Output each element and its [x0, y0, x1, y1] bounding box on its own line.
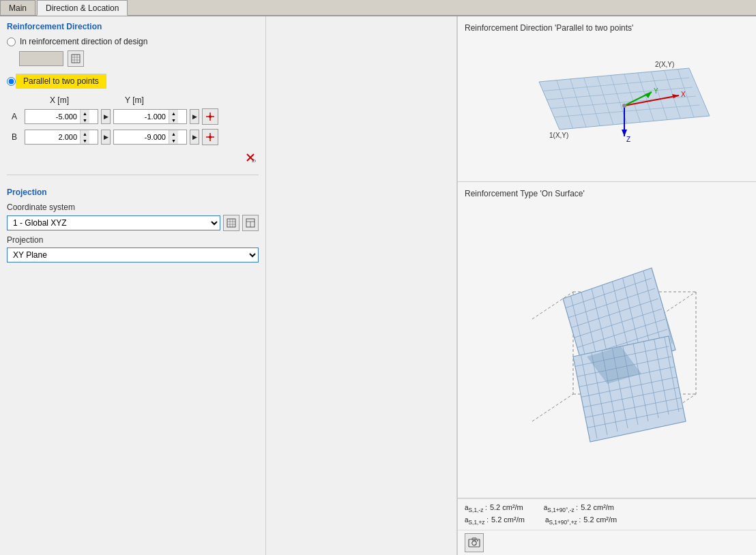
stat-key-as1-nz: aS,1,-z : — [465, 504, 487, 513]
option1-row: In reinforcement direction of design — [0, 34, 265, 49]
option1-textbox — [19, 51, 63, 66]
left-panel: Reinforcement Direction In reinforcement… — [0, 16, 266, 555]
divider1 — [7, 175, 259, 175]
row-a-x-input[interactable] — [25, 112, 80, 121]
stat-val-as1-nz: 5.2 cm²/m — [490, 503, 523, 511]
option1-radio[interactable] — [7, 38, 16, 46]
row-b-x-input[interactable] — [25, 133, 80, 141]
table-icon — [246, 218, 255, 228]
svg-rect-0 — [72, 55, 80, 63]
row-a-label: A — [7, 112, 22, 121]
top-viz-canvas: X Y Z 2(X,Y) 1(X,Y) — [465, 37, 749, 175]
reinforcement-direction-header: Reinforcement Direction — [0, 16, 265, 34]
bottom-viz-canvas — [465, 202, 749, 491]
delete-row: 2x — [7, 147, 259, 168]
projection-select[interactable]: XY Plane — [7, 247, 259, 262]
row-b-y-input[interactable] — [114, 133, 169, 141]
tab-direction-location[interactable]: Direction & Location — [37, 0, 128, 16]
row-a-point-icon[interactable] — [202, 108, 218, 125]
option2-radio[interactable] — [7, 77, 16, 86]
stat-val-as1-90-nz: 5.2 cm²/m — [581, 503, 614, 511]
delete-icon[interactable]: 2x — [242, 149, 259, 166]
coord-system-row: 1 - Global XYZ — [0, 213, 265, 232]
row-b-x-arrow[interactable]: ▶ — [101, 130, 111, 145]
stat-as1-neg-z: aS,1,-z : 5.2 cm²/m — [465, 503, 523, 513]
svg-point-97 — [472, 541, 476, 545]
row-a-x-input-wrap[interactable]: ▲ ▼ — [25, 109, 98, 124]
row-a-x-arrow[interactable]: ▶ — [101, 109, 111, 124]
option1-label: In reinforcement direction of design — [20, 37, 147, 46]
stat-key-as1-90-pz: aS,1+90°,+z : — [545, 516, 581, 526]
svg-text:1(X,Y): 1(X,Y) — [549, 132, 568, 139]
row-b-y-up[interactable]: ▲ — [169, 130, 178, 137]
row-b-y-down[interactable]: ▼ — [169, 137, 178, 144]
row-b-x-input-wrap[interactable]: ▲ ▼ — [25, 130, 98, 145]
svg-text:Y: Y — [654, 87, 658, 95]
stat-key-as1-90-nz: aS,1+90°,-z : — [544, 504, 578, 513]
tab-main[interactable]: Main — [0, 0, 35, 15]
svg-point-47 — [622, 104, 626, 108]
row-b-label: B — [7, 132, 22, 142]
middle-area — [266, 16, 457, 555]
svg-point-10 — [209, 136, 212, 138]
svg-text:2(X,Y): 2(X,Y) — [655, 61, 674, 68]
row-b-x-up[interactable]: ▲ — [81, 130, 89, 137]
projection-header: Projection — [0, 182, 265, 200]
row-a-y-down[interactable]: ▼ — [169, 117, 178, 123]
option2-label: Parallel to two points — [16, 74, 106, 89]
table-row: A ▲ ▼ ▶ ▲ ▼ ▶ — [7, 106, 259, 127]
projection-label: Projection — [0, 232, 265, 246]
bottom-viz-section: Reinforcement Type 'On Surface' — [458, 182, 756, 498]
stat-val-as1-pz: 5.2 cm²/m — [491, 515, 525, 524]
stats-row-1: aS,1,-z : 5.2 cm²/m aS,1+90°,-z : 5.2 cm… — [465, 503, 749, 513]
main-layout: Reinforcement Direction In reinforcement… — [0, 16, 756, 555]
grid-small-icon — [227, 218, 236, 228]
row-b-point-icon[interactable] — [202, 129, 218, 145]
row-a-y-up[interactable]: ▲ — [169, 110, 178, 117]
row-a-x-up[interactable]: ▲ — [81, 110, 89, 117]
xy-header-row: X [m] Y [m] — [7, 94, 259, 106]
row-b-y-input-wrap[interactable]: ▲ ▼ — [113, 130, 187, 145]
top-viz-title: Reinforcement Direction 'Parallel to two… — [465, 23, 749, 33]
camera-button[interactable] — [465, 533, 484, 552]
stat-as1-pos-z: aS,1,+z : 5.2 cm²/m — [465, 515, 525, 526]
option1-input-row — [0, 49, 265, 71]
row-b-y-spinners: ▲ ▼ — [169, 130, 178, 144]
option2-row: Parallel to two points — [0, 71, 265, 91]
projection-section: Projection Coordinate system 1 - Global … — [0, 179, 265, 267]
row-a-y-input-wrap[interactable]: ▲ ▼ — [113, 109, 187, 124]
xy-table: X [m] Y [m] A ▲ ▼ ▶ ▲ ▼ — [0, 91, 265, 170]
coord-system-select[interactable]: 1 - Global XYZ — [7, 215, 220, 230]
table-row: B ▲ ▼ ▶ ▲ ▼ ▶ — [7, 127, 259, 147]
tabs-bar: Main Direction & Location — [0, 0, 756, 16]
bottom-viz-title: Reinforcement Type 'On Surface' — [465, 189, 749, 198]
option1-icon-btn[interactable] — [68, 50, 84, 67]
svg-line-51 — [532, 394, 573, 421]
coord-icon-btn1[interactable] — [223, 215, 239, 231]
stat-key-as1-pz: aS,1,+z : — [465, 516, 489, 526]
row-a-y-arrow[interactable]: ▶ — [190, 109, 199, 124]
row-b-x-down[interactable]: ▼ — [81, 137, 89, 144]
svg-rect-14 — [227, 219, 235, 227]
projection-row: XY Plane — [0, 246, 265, 264]
col-header-x: X [m] — [22, 95, 97, 105]
bottom-stats: aS,1,-z : 5.2 cm²/m aS,1+90°,-z : 5.2 cm… — [458, 498, 756, 530]
coord-system-label: Coordinate system — [0, 200, 265, 213]
stat-as1-90-pos-z: aS,1+90°,+z : 5.2 cm²/m — [545, 515, 617, 526]
row-b-y-arrow[interactable]: ▶ — [190, 130, 199, 145]
row-a-y-spinners: ▲ ▼ — [169, 110, 178, 123]
svg-point-7 — [209, 115, 212, 118]
viz-panel: Reinforcement Direction 'Parallel to two… — [457, 16, 756, 555]
svg-text:2x: 2x — [252, 158, 256, 163]
row-a-y-input[interactable] — [114, 112, 169, 121]
row-a-x-spinners: ▲ ▼ — [80, 110, 89, 123]
stat-val-as1-90-pz: 5.2 cm²/m — [583, 515, 617, 524]
svg-text:X: X — [681, 91, 686, 98]
row-b-x-spinners: ▲ ▼ — [80, 130, 89, 144]
coord-icon-btn2[interactable] — [242, 215, 259, 231]
row-a-x-down[interactable]: ▼ — [81, 117, 89, 123]
grid-icon — [71, 54, 81, 63]
top-viz-section: Reinforcement Direction 'Parallel to two… — [458, 16, 756, 182]
svg-point-99 — [477, 540, 478, 541]
svg-text:Z: Z — [626, 136, 630, 143]
